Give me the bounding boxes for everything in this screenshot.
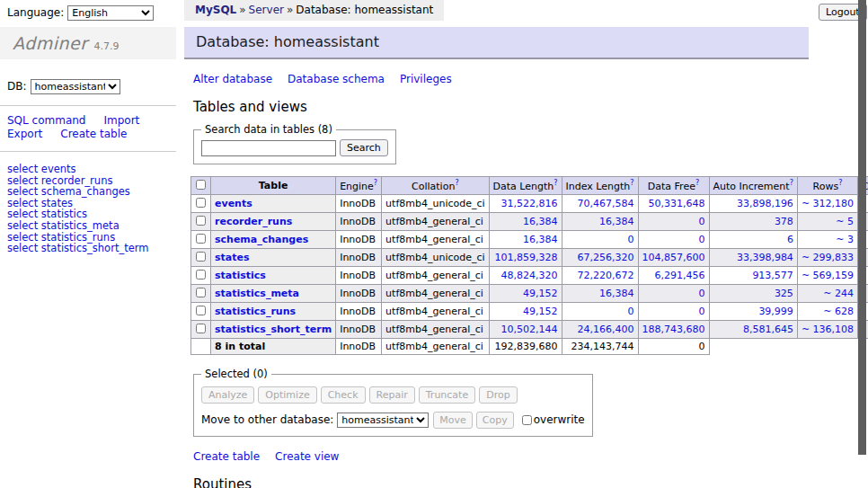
data-free-link[interactable]: 0 [699,306,705,317]
database-schema-link[interactable]: Database schema [288,73,385,85]
table-name-link[interactable]: statistics_meta [215,288,299,299]
table-name-link[interactable]: states [215,252,250,263]
table-name-link[interactable]: statistics_runs [215,306,296,317]
data-length-link[interactable]: 49,152 [523,306,558,317]
check-button[interactable]: Check [321,386,366,404]
data-free-cell: 104,857,600 [638,249,709,267]
help-icon[interactable]: ? [630,179,633,187]
move-db-select[interactable]: homeassistant [337,413,429,428]
row-checkbox[interactable] [196,198,206,208]
row-checkbox-cell [191,231,211,249]
help-icon[interactable]: ? [695,179,699,187]
data-free-link[interactable]: 0 [699,234,705,245]
search-button[interactable]: Search [340,139,388,156]
row-checkbox[interactable] [196,306,206,315]
data-length-link[interactable]: 49,152 [523,288,558,299]
sidebar-select-link[interactable]: select [7,242,38,254]
db-select[interactable]: homeassistant [31,79,120,94]
table-name-link[interactable]: statistics_short_term [215,324,332,335]
engine-cell: InnoDB [336,213,382,231]
table-name-link[interactable]: schema_changes [215,234,308,245]
alter-database-link[interactable]: Alter database [193,73,272,85]
data-free-link[interactable]: 50,331,648 [649,198,705,209]
data-length-link[interactable]: 16,384 [523,216,558,227]
search-input[interactable] [201,140,336,156]
data-free-link[interactable]: 6,291,456 [655,270,705,281]
rows-count-link[interactable]: ~ 312,180 [802,198,854,209]
row-checkbox[interactable] [196,252,206,262]
index-length-link[interactable]: 16,384 [599,216,634,227]
data-length-link[interactable]: 101,859,328 [495,252,558,263]
auto-increment-link[interactable]: 913,577 [752,270,793,281]
select-all-checkbox[interactable] [196,180,206,190]
language-select[interactable]: English [67,5,154,21]
index-length-link[interactable]: 24,166,400 [578,324,634,335]
rows-count-link[interactable]: ~ 136,108 [802,324,854,335]
rows-count-link[interactable]: ~ 569,159 [802,270,854,281]
auto-increment-link[interactable]: 33,398,984 [737,252,793,263]
auto-increment-link[interactable]: 325 [775,288,793,299]
data-free-link[interactable]: 0 [699,216,705,227]
analyze-button[interactable]: Analyze [201,386,254,404]
rows-count-link[interactable]: ~ 628 [823,306,854,317]
auto-increment-link[interactable]: 6 [787,234,793,245]
index-length-link[interactable]: 0 [628,306,634,317]
auto-increment-link[interactable]: 33,898,196 [737,198,793,209]
breadcrumb-mysql-link[interactable]: MySQL [195,4,236,16]
row-checkbox[interactable] [196,234,206,244]
help-icon[interactable]: ? [455,179,458,187]
create-table-link[interactable]: Create table [60,128,127,140]
index-length-link[interactable]: 70,467,584 [578,198,634,209]
table-name-link[interactable]: statistics [215,270,266,281]
auto-increment-link[interactable]: 8,581,645 [743,324,793,335]
create-view-link[interactable]: Create view [275,450,339,463]
sidebar-table-link[interactable]: statistics_short_term [41,242,149,254]
row-checkbox[interactable] [196,288,206,297]
table-row: statistics_runsInnoDButf8mb4_general_ci4… [191,303,868,321]
row-checkbox[interactable] [196,270,206,279]
data-length-link[interactable]: 31,522,816 [501,198,558,209]
breadcrumb-server-link[interactable]: Server [249,4,284,16]
rows-count-link[interactable]: ~ 244 [823,288,854,299]
copy-button[interactable]: Copy [476,412,514,429]
data-length-cell: 49,152 [489,285,562,303]
privileges-link[interactable]: Privileges [400,73,452,85]
row-checkbox[interactable] [196,324,206,333]
index-length-link[interactable]: 0 [628,234,634,245]
index-length-link[interactable]: 67,256,320 [578,252,634,263]
table-name-cell: statistics [211,267,336,285]
table-name-link[interactable]: recorder_runs [215,216,292,227]
index-length-link[interactable]: 72,220,672 [578,270,634,281]
engine-cell: InnoDB [336,303,382,321]
total-data-length-cell: 192,839,680 [489,339,562,355]
rows-count-link[interactable]: ~ 3 [836,234,854,245]
repair-button[interactable]: Repair [369,386,415,404]
table-name-link[interactable]: events [215,198,252,209]
help-icon[interactable]: ? [838,179,842,187]
data-free-link[interactable]: 104,857,600 [642,252,705,263]
rows-count-link[interactable]: ~ 299,833 [802,252,854,263]
help-icon[interactable]: ? [554,179,557,187]
import-link[interactable]: Import [103,114,139,127]
export-link[interactable]: Export [7,128,42,140]
data-length-link[interactable]: 10,502,144 [501,324,558,335]
scrollbar-thumb[interactable] [858,0,866,455]
create-table-link-main[interactable]: Create table [193,450,260,463]
data-length-link[interactable]: 16,384 [523,234,558,245]
auto-increment-link[interactable]: 378 [775,216,793,227]
index-length-link[interactable]: 16,384 [599,288,634,299]
sql-command-link[interactable]: SQL command [7,114,85,127]
help-icon[interactable]: ? [374,179,377,187]
overwrite-checkbox[interactable] [522,415,532,425]
row-checkbox[interactable] [196,216,206,226]
optimize-button[interactable]: Optimize [258,386,316,404]
move-button[interactable]: Move [433,412,473,429]
help-icon[interactable]: ? [790,179,793,187]
drop-button[interactable]: Drop [479,386,517,404]
data-free-link[interactable]: 188,743,680 [642,324,705,335]
data-free-link[interactable]: 0 [699,288,705,299]
auto-increment-link[interactable]: 39,999 [758,306,793,317]
data-length-link[interactable]: 48,824,320 [501,270,558,281]
rows-count-link[interactable]: ~ 5 [836,216,854,227]
truncate-button[interactable]: Truncate [419,386,475,404]
